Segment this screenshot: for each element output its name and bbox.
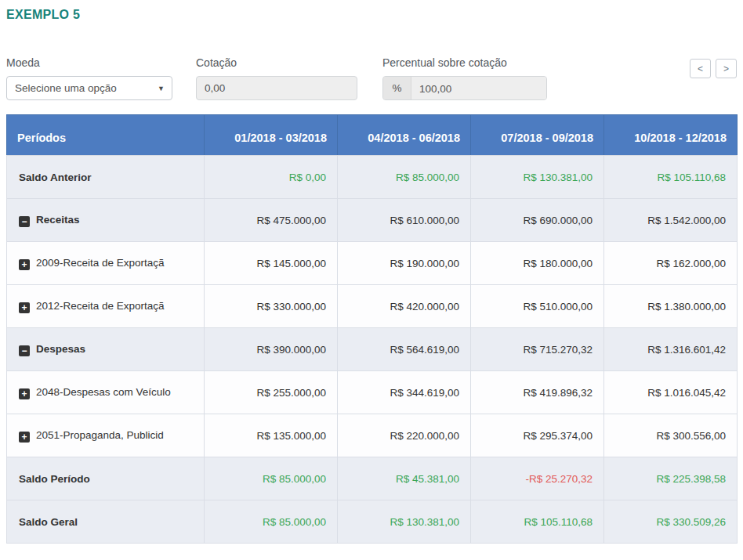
column-header-q2: 04/2018 - 06/2018: [338, 115, 471, 156]
table-header-row: Períodos 01/2018 - 03/2018 04/2018 - 06/…: [7, 115, 738, 156]
periods-table: Períodos 01/2018 - 03/2018 04/2018 - 06/…: [6, 114, 738, 544]
caret-down-icon: ▼: [158, 84, 165, 92]
row-label: Saldo Anterior: [19, 172, 92, 183]
cell-value: R$ 105.110,68: [657, 172, 726, 183]
currency-select-value: Selecione uma opção: [15, 82, 117, 94]
filter-bar: Moeda Selecione uma opção ▼ Cotação Perc…: [6, 56, 737, 100]
cell-value: R$ 135.000,00: [256, 430, 326, 442]
cell-value: R$ 190.000,00: [390, 258, 459, 269]
expand-icon[interactable]: +: [19, 259, 30, 270]
currency-select[interactable]: Selecione uma opção ▼: [6, 76, 172, 100]
cell-value: R$ 390.000,00: [256, 344, 326, 356]
column-header-q4: 10/2018 - 12/2018: [604, 115, 738, 156]
cell-value: R$ 1.316.601,42: [647, 344, 726, 356]
table-row-despesas: −Despesas R$ 390.000,00 R$ 564.619,00 R$…: [7, 328, 738, 371]
cell-value: R$ 255.000,00: [256, 387, 326, 399]
next-period-button[interactable]: >: [716, 59, 737, 78]
row-label: 2009-Receita de Exportaçã: [36, 257, 165, 269]
percent-input-group: %: [382, 76, 547, 100]
quote-label: Cotação: [196, 56, 357, 69]
cell-value: R$ 715.270,32: [523, 344, 593, 356]
cell-value: R$ 330.000,00: [256, 301, 326, 313]
cell-value: R$ 475.000,00: [256, 215, 326, 226]
cell-value: R$ 610.000,00: [390, 215, 459, 226]
cell-value: R$ 1.016.045,42: [647, 387, 726, 399]
row-label: 2051-Propaganda, Publicid: [36, 429, 164, 441]
cell-value: R$ 510.000,00: [523, 301, 593, 313]
cell-value: R$ 1.542.000,00: [647, 215, 726, 226]
page: EXEMPLO 5 Moeda Selecione uma opção ▼ Co…: [0, 0, 743, 544]
cell-value: R$ 85.000,00: [263, 473, 326, 485]
table-row-saldo-periodo: Saldo Período R$ 85.000,00 R$ 45.381,00 …: [7, 457, 738, 500]
cell-value: R$ 45.381,00: [396, 473, 459, 485]
table-row-saldo-anterior: Saldo Anterior R$ 0,00 R$ 85.000,00 R$ 1…: [7, 156, 738, 199]
cell-value: R$ 1.380.000,00: [647, 301, 726, 313]
cell-value: R$ 145.000,00: [256, 258, 326, 269]
currency-label: Moeda: [6, 56, 172, 69]
table-row-saldo-geral: Saldo Geral R$ 85.000,00 R$ 130.381,00 R…: [7, 500, 738, 544]
cell-value: R$ 295.374,00: [523, 430, 593, 442]
percent-field: Percentual sobre cotação %: [382, 56, 547, 100]
cell-value: R$ 564.619,00: [390, 344, 459, 356]
cell-value: R$ 85.000,00: [396, 172, 459, 183]
cell-value: -R$ 25.270,32: [525, 473, 593, 485]
column-header-q3: 07/2018 - 09/2018: [471, 115, 604, 156]
periods-table-wrap: Períodos 01/2018 - 03/2018 04/2018 - 06/…: [6, 114, 737, 544]
cell-value: R$ 419.896,32: [523, 387, 593, 399]
cell-value: R$ 225.398,58: [656, 473, 726, 485]
table-row-receitas: −Receitas R$ 475.000,00 R$ 610.000,00 R$…: [7, 199, 738, 242]
cell-value: R$ 330.509,26: [656, 516, 726, 528]
expand-icon[interactable]: +: [19, 302, 30, 313]
cell-value: R$ 0,00: [289, 172, 326, 183]
quote-field: Cotação: [196, 56, 357, 100]
row-label: Saldo Período: [19, 473, 90, 485]
expand-icon[interactable]: +: [19, 432, 30, 443]
collapse-icon[interactable]: −: [19, 216, 30, 227]
row-label: Receitas: [36, 214, 80, 226]
cell-value: R$ 130.381,00: [523, 172, 593, 183]
cell-value: R$ 180.000,00: [523, 258, 593, 269]
column-header-q1: 01/2018 - 03/2018: [205, 115, 338, 156]
page-title: EXEMPLO 5: [6, 8, 737, 22]
cell-value: R$ 220.000,00: [390, 430, 459, 442]
cotacao-input[interactable]: [196, 76, 357, 100]
cell-value: R$ 130.381,00: [390, 516, 459, 528]
percent-addon: %: [383, 77, 411, 99]
row-label: 2012-Receita de Exportaçã: [36, 300, 165, 312]
row-label: Saldo Geral: [19, 516, 78, 528]
percentual-input[interactable]: [411, 77, 546, 100]
table-row-2051: +2051-Propaganda, Publicid R$ 135.000,00…: [7, 414, 738, 457]
column-header-periodos: Períodos: [7, 115, 205, 156]
currency-field: Moeda Selecione uma opção ▼: [6, 56, 172, 100]
cell-value: R$ 105.110,68: [524, 516, 593, 528]
cell-value: R$ 85.000,00: [263, 516, 326, 528]
table-row-2009: +2009-Receita de Exportaçã R$ 145.000,00…: [7, 242, 738, 285]
expand-icon[interactable]: +: [19, 388, 30, 399]
row-label: Despesas: [36, 343, 85, 355]
collapse-icon[interactable]: −: [19, 345, 30, 356]
period-pager: < >: [690, 56, 737, 78]
cell-value: R$ 690.000,00: [523, 215, 593, 226]
prev-period-button[interactable]: <: [690, 59, 711, 78]
percent-label: Percentual sobre cotação: [382, 56, 547, 69]
cell-value: R$ 420.000,00: [390, 301, 459, 313]
row-label: 2048-Despesas com Veículo: [36, 386, 171, 398]
table-row-2012: +2012-Receita de Exportaçã R$ 330.000,00…: [7, 285, 738, 328]
cell-value: R$ 162.000,00: [656, 258, 726, 269]
table-row-2048: +2048-Despesas com Veículo R$ 255.000,00…: [7, 371, 738, 414]
cell-value: R$ 344.619,00: [390, 387, 459, 399]
cell-value: R$ 300.556,00: [656, 430, 726, 442]
